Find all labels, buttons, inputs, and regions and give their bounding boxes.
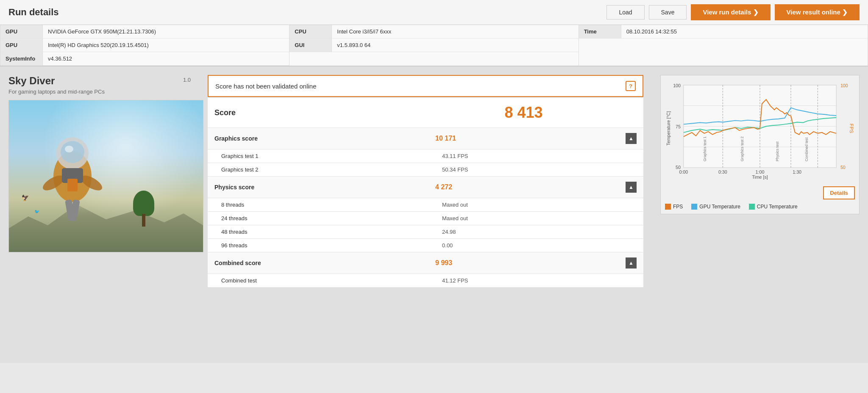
physics-24threads-row: 24 threads Maxed out xyxy=(208,212,643,225)
physics-score-row: Physics score 4 272 ▲ xyxy=(208,177,643,198)
score-main-row: Score 8 413 xyxy=(208,98,643,128)
cpu-value: Intel Core i3/i5/i7 6xxx xyxy=(332,25,578,38)
svg-point-3 xyxy=(65,146,73,152)
graphics-test2-value: 50.34 FPS xyxy=(428,163,619,177)
svg-text:Physics test: Physics test xyxy=(775,141,779,161)
benchmark-image: 🦅 🐦 xyxy=(8,100,203,252)
svg-rect-9 xyxy=(67,179,78,191)
physics-8threads-value: Maxed out xyxy=(428,198,619,212)
physics-24threads-value: Maxed out xyxy=(428,212,619,225)
fps-legend-label: FPS xyxy=(673,204,683,210)
validation-banner: Score has not been validated online ? xyxy=(208,75,643,97)
bird2-icon: 🐦 xyxy=(34,209,39,214)
gui-value: v1.5.893.0 64 xyxy=(332,39,578,52)
sysinfo-col-cpu: CPU Intel Core i3/i5/i7 6xxx GUI v1.5.89… xyxy=(289,25,579,66)
svg-text:Temperature [°C]: Temperature [°C] xyxy=(666,111,671,146)
svg-text:FPS: FPS xyxy=(849,124,854,133)
fps-legend-color xyxy=(665,204,671,210)
main-content: Sky Diver For gaming laptops and mid-ran… xyxy=(0,66,868,363)
svg-text:Time [s]: Time [s] xyxy=(752,174,768,180)
sysinfo-col-gpu: GPU NVIDIA GeForce GTX 950M(21.21.13.730… xyxy=(0,25,289,66)
physics-96threads-label: 96 threads xyxy=(208,239,428,252)
svg-point-2 xyxy=(61,141,84,163)
physics-48threads-label: 48 threads xyxy=(208,225,428,239)
combined-score-value: 9 993 xyxy=(428,252,619,274)
svg-text:100: 100 xyxy=(673,83,681,88)
sysinfo-row-gpu2: GPU Intel(R) HD Graphics 520(20.19.15.45… xyxy=(0,39,289,52)
score-label: Score xyxy=(208,98,428,128)
sysinfo-row-cpu: CPU Intel Core i3/i5/i7 6xxx xyxy=(289,25,578,39)
gpu1-value: NVIDIA GeForce GTX 950M(21.21.13.7306) xyxy=(43,25,289,38)
header: Run details Load Save View run details V… xyxy=(0,0,868,25)
performance-chart: 100 75 50 100 50 FPS Temperature [°C] xyxy=(665,80,855,181)
physics-8threads-label: 8 threads xyxy=(208,198,428,212)
validation-text: Score has not been validated online xyxy=(215,83,317,90)
physics-48threads-value: 24.98 xyxy=(428,225,619,239)
view-run-button[interactable]: View run details xyxy=(691,4,770,20)
physics-8threads-row: 8 threads Maxed out xyxy=(208,198,643,212)
svg-text:50: 50 xyxy=(676,165,681,170)
legend-gpu-temp: GPU Temperature xyxy=(691,204,740,210)
chart-area: 100 75 50 100 50 FPS Temperature [°C] xyxy=(665,80,855,181)
combined-score-row: Combined score 9 993 ▲ xyxy=(208,252,643,274)
physics-expand-button[interactable]: ▲ xyxy=(626,182,637,193)
graphics-expand-button[interactable]: ▲ xyxy=(626,133,637,144)
physics-48threads-row: 48 threads 24.98 xyxy=(208,225,643,239)
sysinfo-row-gpu1: GPU NVIDIA GeForce GTX 950M(21.21.13.730… xyxy=(0,25,289,39)
sysinfo-row-systeminfo: SystemInfo v4.36.512 xyxy=(0,52,289,66)
graphics-test1-label: Graphics test 1 xyxy=(208,149,428,163)
gpu-temp-legend-color xyxy=(691,204,697,210)
load-button[interactable]: Load xyxy=(606,5,644,19)
cpu-label: CPU xyxy=(289,25,332,38)
header-actions: Load Save View run details View result o… xyxy=(606,4,860,20)
sysinfo-grid: GPU NVIDIA GeForce GTX 950M(21.21.13.730… xyxy=(0,25,868,66)
details-button[interactable]: Details xyxy=(823,186,855,199)
legend-fps: FPS xyxy=(665,204,683,210)
combined-test-label: Combined test xyxy=(208,274,428,288)
gui-label: GUI xyxy=(289,39,332,52)
score-table: Score 8 413 Graphics score 10 171 ▲ Grap… xyxy=(208,98,643,288)
view-result-button[interactable]: View result online xyxy=(775,4,860,20)
left-panel: Sky Diver For gaming laptops and mid-ran… xyxy=(0,66,199,363)
save-button[interactable]: Save xyxy=(649,5,687,19)
benchmark-title: Sky Diver xyxy=(8,75,105,87)
sysinfo-row-gui: GUI v1.5.893.0 64 xyxy=(289,39,578,52)
bird-icon: 🦅 xyxy=(22,194,29,201)
svg-text:75: 75 xyxy=(676,124,681,129)
gpu2-value: Intel(R) HD Graphics 520(20.19.15.4501) xyxy=(43,39,289,52)
legend-cpu-temp: CPU Temperature xyxy=(749,204,798,210)
cpu-temp-legend-color xyxy=(749,204,755,210)
gpu-temp-legend-label: GPU Temperature xyxy=(699,204,740,210)
svg-text:Graphics test 2: Graphics test 2 xyxy=(740,136,744,161)
graphics-score-row: Graphics score 10 171 ▲ xyxy=(208,128,643,149)
right-panel: 100 75 50 100 50 FPS Temperature [°C] xyxy=(652,66,868,363)
svg-text:Graphics test 1: Graphics test 1 xyxy=(703,136,707,161)
sysinfo-section: GPU NVIDIA GeForce GTX 950M(21.21.13.730… xyxy=(0,25,868,66)
validation-help-button[interactable]: ? xyxy=(626,81,636,91)
center-panel: Score has not been validated online ? Sc… xyxy=(199,66,652,363)
sysinfo-col-time: Time 08.10.2016 14:32:55 xyxy=(579,25,868,66)
svg-text:100: 100 xyxy=(840,83,848,88)
svg-text:1:00: 1:00 xyxy=(756,169,765,174)
graphics-test1-row: Graphics test 1 43.11 FPS xyxy=(208,149,643,163)
cpu-temp-legend-label: CPU Temperature xyxy=(757,204,798,210)
svg-text:0:30: 0:30 xyxy=(718,169,727,174)
time-label: Time xyxy=(579,25,621,38)
physics-96threads-row: 96 threads 0.00 xyxy=(208,239,643,252)
gpu2-label: GPU xyxy=(0,39,43,52)
combined-expand-button[interactable]: ▲ xyxy=(626,257,637,268)
chart-container: 100 75 50 100 50 FPS Temperature [°C] xyxy=(660,75,860,214)
combined-test-row: Combined test 41.12 FPS xyxy=(208,274,643,288)
graphics-test1-value: 43.11 FPS xyxy=(428,149,619,163)
systeminfo-value: v4.36.512 xyxy=(43,52,289,65)
physics-24threads-label: 24 threads xyxy=(208,212,428,225)
svg-text:Combined test: Combined test xyxy=(804,137,809,161)
score-value: 8 413 xyxy=(428,98,619,128)
physics-96threads-value: 0.00 xyxy=(428,239,619,252)
graphics-score-label: Graphics score xyxy=(208,128,428,149)
combined-test-value: 41.12 FPS xyxy=(428,274,619,288)
systeminfo-label: SystemInfo xyxy=(0,52,43,65)
chart-legend: FPS GPU Temperature CPU Temperature xyxy=(665,204,855,210)
benchmark-version: 1.0 xyxy=(183,77,191,83)
gpu1-label: GPU xyxy=(0,25,43,38)
